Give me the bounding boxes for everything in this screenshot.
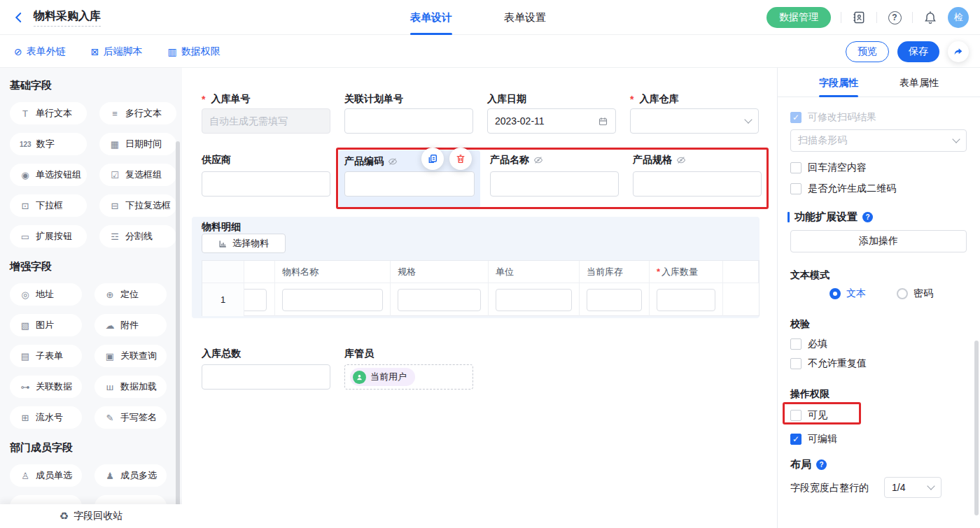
receipt-no-input xyxy=(202,108,330,134)
text-mode-radio-group: 文本 密码 xyxy=(830,287,933,300)
bell-icon xyxy=(923,10,937,24)
sidebar-scrollbar[interactable] xyxy=(176,141,180,527)
table-cell-clipped xyxy=(244,283,275,316)
current-user-tag[interactable]: 当前用户 xyxy=(350,368,415,386)
checkbox-clear-on-enter[interactable]: 回车清空内容 xyxy=(790,162,867,174)
active-tab-underline xyxy=(819,95,858,97)
chip-multi-select[interactable]: ⊟下拉复选框 xyxy=(99,194,176,217)
chip-single-line-text[interactable]: T单行文本 xyxy=(10,102,87,124)
chip-image[interactable]: ▧图片 xyxy=(10,314,82,336)
checkbox-editable[interactable]: ✓ 可编辑 xyxy=(790,433,837,445)
chip-checkbox-group[interactable]: ☑复选框组 xyxy=(99,164,176,186)
chip-multi-line-text[interactable]: ≡多行文本 xyxy=(99,102,176,124)
plan-no-input[interactable] xyxy=(344,108,473,134)
warehouse-select[interactable] xyxy=(630,108,759,134)
keeper-member-field[interactable]: 当前用户 xyxy=(344,364,473,390)
multi-select-icon: ⊟ xyxy=(109,201,120,211)
data-permission-button[interactable]: ▥数据权限 xyxy=(167,45,220,58)
tab-form-design[interactable]: 表单设计 xyxy=(410,0,452,35)
table-cell-input[interactable] xyxy=(657,289,715,311)
product-spec-input[interactable] xyxy=(633,171,762,197)
chip-member-multi[interactable]: ♟成员多选 xyxy=(94,464,167,487)
divider xyxy=(876,12,877,23)
copy-field-button[interactable] xyxy=(421,148,444,170)
help-icon[interactable]: ? xyxy=(816,459,827,470)
tab-form-properties[interactable]: 表单属性 xyxy=(890,68,948,97)
date-input[interactable]: 2023-02-11 xyxy=(487,108,616,134)
select-material-button[interactable]: 选择物料 xyxy=(202,234,286,253)
field-label-warehouse: 入库仓库 xyxy=(630,93,678,106)
save-button[interactable]: 保存 xyxy=(897,41,939,62)
checkbox-icon: ✓ xyxy=(790,434,802,445)
chip-extend-button[interactable]: ▭扩展按钮 xyxy=(10,225,87,248)
chip-linked-data[interactable]: ⊶关联数据 xyxy=(10,376,82,398)
chip-radio-group[interactable]: ◉单选按钮组 xyxy=(10,164,87,186)
calendar-icon: ▦ xyxy=(109,139,120,150)
preview-button[interactable]: 预览 xyxy=(846,41,889,62)
help-button[interactable]: ? xyxy=(887,10,902,25)
divider xyxy=(841,12,841,23)
panel-scrollbar[interactable] xyxy=(974,341,979,515)
checkbox-allow-qrcode[interactable]: 是否允许生成二维码 xyxy=(790,183,896,195)
chip-data-load[interactable]: ш数据加载 xyxy=(94,376,167,398)
chip-select[interactable]: ⊡下拉框 xyxy=(10,194,87,217)
product-code-input[interactable] xyxy=(344,171,475,197)
product-name-input[interactable] xyxy=(490,171,619,197)
table-cell-input[interactable] xyxy=(398,289,481,311)
field-label-keeper: 库管员 xyxy=(344,348,374,360)
chip-lookup-query[interactable]: ▣关联查询 xyxy=(94,345,167,367)
supplier-input[interactable] xyxy=(202,171,330,197)
checkbox-required[interactable]: 必填 xyxy=(790,338,827,350)
address-icon: ◎ xyxy=(20,290,31,300)
checkbox-icon xyxy=(790,410,802,421)
field-width-select[interactable]: 1/4 xyxy=(884,477,941,498)
lookup-icon: ▣ xyxy=(104,351,115,362)
contacts-book-button[interactable] xyxy=(851,10,867,25)
tab-form-settings[interactable]: 表单设置 xyxy=(504,0,546,35)
table-cell-input[interactable] xyxy=(244,289,267,311)
field-label-total: 入库总数 xyxy=(202,348,241,360)
contacts-book-icon xyxy=(852,10,866,24)
select-icon: ⊡ xyxy=(20,201,31,211)
chip-serial-number[interactable]: ⊞流水号 xyxy=(10,406,82,429)
chip-divider[interactable]: ☲分割线 xyxy=(99,225,176,248)
radio-text[interactable]: 文本 xyxy=(830,287,866,300)
notification-button[interactable] xyxy=(923,10,938,25)
table-cell-input[interactable] xyxy=(496,289,572,311)
chip-datetime[interactable]: ▦日期时间 xyxy=(99,133,176,155)
data-manage-button[interactable]: 数据管理 xyxy=(766,7,831,28)
chip-attachment[interactable]: ☁附件 xyxy=(94,314,167,336)
back-button[interactable] xyxy=(11,10,27,25)
checkbox-icon xyxy=(790,338,802,350)
add-action-button[interactable]: 添加操作 xyxy=(790,230,967,252)
share-button[interactable] xyxy=(948,41,969,62)
material-detail-section[interactable]: 物料明细 选择物料 物料名称 规格 单位 当前库存 入库数量 1 xyxy=(192,217,760,318)
field-label-plan-no: 关联计划单号 xyxy=(344,93,403,106)
delete-field-button[interactable] xyxy=(449,148,472,170)
user-avatar[interactable]: 检 xyxy=(948,7,969,28)
form-external-link-button[interactable]: ⊘表单外链 xyxy=(14,45,66,58)
total-input[interactable] xyxy=(202,364,330,390)
radio-password[interactable]: 密码 xyxy=(897,287,933,300)
linked-data-icon: ⊶ xyxy=(20,382,31,392)
text-icon: T xyxy=(20,108,31,119)
table-cell-input[interactable] xyxy=(587,289,642,311)
field-recycle-bin[interactable]: ♻ 字段回收站 xyxy=(0,504,182,528)
chip-member-single[interactable]: ♙成员单选 xyxy=(10,464,82,487)
checkbox-visible[interactable]: 可见 xyxy=(790,409,827,422)
chip-address[interactable]: ◎地址 xyxy=(10,283,82,306)
checkbox-no-duplicates[interactable]: 不允许重复值 xyxy=(790,357,867,370)
help-icon[interactable]: ? xyxy=(862,212,873,222)
eye-off-icon xyxy=(388,157,398,166)
copy-icon xyxy=(427,153,438,164)
chip-signature[interactable]: ✎手写签名 xyxy=(94,406,167,429)
tab-field-properties[interactable]: 字段属性 xyxy=(809,68,868,97)
chip-subform[interactable]: ▤子表单 xyxy=(10,345,82,367)
checkbox-icon xyxy=(790,358,802,369)
backend-script-button[interactable]: ⊠后端脚本 xyxy=(91,45,143,58)
chip-location[interactable]: ⊕定位 xyxy=(94,283,167,306)
chip-number[interactable]: 123数字 xyxy=(10,133,87,155)
page-title[interactable]: 物料采购入库 xyxy=(34,9,101,27)
serial-icon: ⊞ xyxy=(20,413,31,423)
table-cell-input[interactable] xyxy=(282,289,383,311)
